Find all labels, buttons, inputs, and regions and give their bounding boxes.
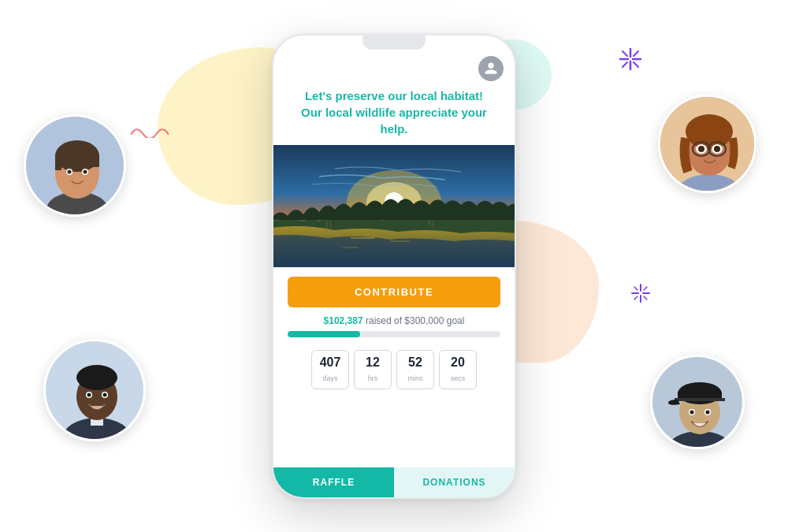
svg-point-59	[690, 411, 694, 415]
bottom-tabs: RAFFLE DONATIONS	[273, 467, 515, 497]
heading-line1: Let's preserve our local habitat!	[289, 87, 499, 104]
svg-point-32	[76, 365, 117, 390]
svg-point-43	[686, 114, 733, 149]
avatar-top-right	[658, 95, 756, 193]
svg-point-36	[103, 393, 107, 397]
user-icon[interactable]	[478, 56, 504, 81]
svg-point-24	[68, 170, 72, 174]
svg-line-13	[644, 296, 647, 299]
phone-mockup: Let's preserve our local habitat! Our lo…	[272, 34, 516, 499]
svg-line-5	[634, 62, 638, 67]
svg-line-4	[623, 51, 627, 56]
raised-text: $102,387 raised of $300,000 goal	[273, 314, 515, 331]
svg-point-26	[84, 170, 87, 174]
svg-point-34	[87, 393, 91, 397]
avatar-top-left	[24, 114, 126, 217]
countdown-hrs: 12 hrs	[354, 350, 392, 389]
svg-point-20	[55, 140, 99, 172]
phone-inner: Let's preserve our local habitat! Our lo…	[273, 50, 515, 497]
sparkle-top-right	[619, 47, 642, 74]
svg-point-49	[714, 146, 720, 152]
svg-rect-57	[675, 398, 725, 401]
svg-rect-21	[55, 154, 61, 170]
svg-point-61	[706, 411, 710, 415]
progress-bar	[288, 331, 500, 337]
phone-notch	[362, 35, 426, 50]
landscape-image	[273, 145, 515, 267]
heading-line2: Our local wildlife appreciate your help.	[289, 104, 499, 137]
countdown-secs: 20 secs	[439, 350, 477, 389]
avatar-bottom-right	[650, 355, 745, 449]
sparkle-mid-right	[631, 284, 650, 306]
svg-line-15	[634, 296, 637, 299]
countdown: 407 days 12 hrs 52 mins 20 secs	[273, 345, 515, 397]
countdown-days: 407 days	[311, 350, 349, 389]
tab-donations[interactable]: DONATIONS	[394, 467, 515, 497]
raised-suffix: raised of $300,000 goal	[363, 315, 465, 326]
svg-point-46	[698, 146, 704, 152]
progress-bar-fill	[288, 331, 360, 337]
phone-topbar	[273, 50, 515, 84]
svg-line-14	[644, 287, 647, 290]
svg-rect-22	[93, 154, 99, 167]
contribute-button[interactable]: CONTRIBUTE	[288, 277, 500, 307]
avatar-bottom-left	[43, 339, 146, 441]
phone-heading: Let's preserve our local habitat! Our lo…	[273, 84, 515, 145]
svg-line-7	[623, 62, 627, 67]
svg-line-6	[634, 51, 638, 56]
tab-raffle[interactable]: RAFFLE	[273, 467, 394, 497]
svg-line-12	[634, 287, 637, 290]
countdown-mins: 52 mins	[396, 350, 434, 389]
squiggle-decoration	[130, 122, 169, 138]
raised-amount: $102,387	[324, 315, 363, 326]
